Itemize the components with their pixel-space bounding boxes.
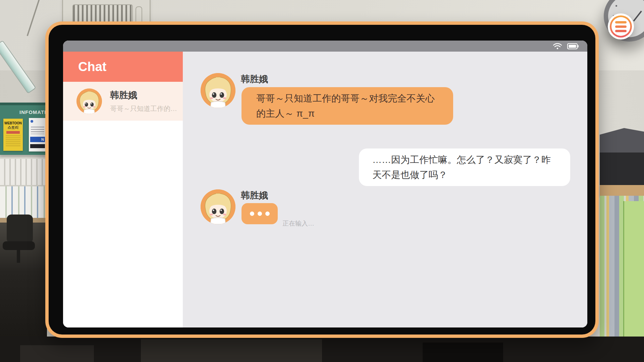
poster-title: WEBTOON xyxy=(3,121,23,125)
tablet-device: Chat xyxy=(45,21,599,338)
tablet-screen: Chat xyxy=(63,41,587,327)
notice-poster: N xyxy=(29,118,46,152)
contact-name: 韩胜娥 xyxy=(110,89,177,101)
typing-indicator-bubble xyxy=(241,203,278,224)
incoming-message-bubble: 哥哥～只知道工作的哥哥～对我完全不关心的主人～ π_π xyxy=(241,87,453,125)
desk-silhouette xyxy=(423,343,503,362)
right-shelf-plank xyxy=(600,185,644,196)
contact-avatar xyxy=(76,88,102,114)
sidebar-title: Chat xyxy=(78,60,106,74)
typing-status-label: 正在输入… xyxy=(282,219,314,228)
window-blinds xyxy=(0,158,46,185)
battery-icon xyxy=(567,43,579,49)
outgoing-message-bubble: ……因为工作忙嘛。怎么了？又寂寞了？昨天不是也做了吗？ xyxy=(359,148,570,186)
tablet-bezel: Chat xyxy=(49,25,595,335)
desk-silhouette xyxy=(141,339,322,362)
menu-button-ring xyxy=(610,15,632,38)
wifi-icon xyxy=(553,43,562,50)
contact-list-item[interactable]: 韩胜娥 哥哥～只知道工作的… xyxy=(63,82,183,121)
typing-dot xyxy=(265,212,270,216)
status-bar xyxy=(63,41,587,52)
chat-message-area: 韩胜娥 哥哥～只知道工作的哥哥～对我完全不关心的主人～ π_π ……因为工作忙嘛… xyxy=(183,52,587,327)
typing-dot xyxy=(250,212,254,216)
message-avatar xyxy=(201,73,235,108)
webtoon-poster: WEBTOON 스토리 xyxy=(3,119,23,151)
notice-poster-label: N xyxy=(30,137,45,142)
message-avatar xyxy=(201,189,235,224)
chat-sidebar: Chat xyxy=(63,52,183,327)
office-chair xyxy=(1,215,37,268)
hamburger-menu-icon xyxy=(611,17,630,36)
green-binder xyxy=(623,201,644,338)
office-scene: INFOMATION WEBTOON 스토리 N xyxy=(0,0,644,362)
menu-button[interactable] xyxy=(608,13,634,40)
typing-dot xyxy=(258,212,262,216)
message-sender-name: 韩胜娥 xyxy=(241,73,268,85)
message-sender-name: 韩胜娥 xyxy=(241,189,268,201)
sidebar-header: Chat xyxy=(63,52,183,82)
left-binders xyxy=(0,186,46,219)
desk-silhouette xyxy=(20,345,94,362)
contact-preview: 哥哥～只知道工作的… xyxy=(110,104,177,113)
floor xyxy=(0,337,644,362)
clock-hand xyxy=(633,11,642,21)
poster-subtitle: 스토리 xyxy=(3,125,23,130)
bulletin-board: INFOMATION WEBTOON 스토리 N xyxy=(0,103,46,155)
printer-body xyxy=(600,153,644,188)
